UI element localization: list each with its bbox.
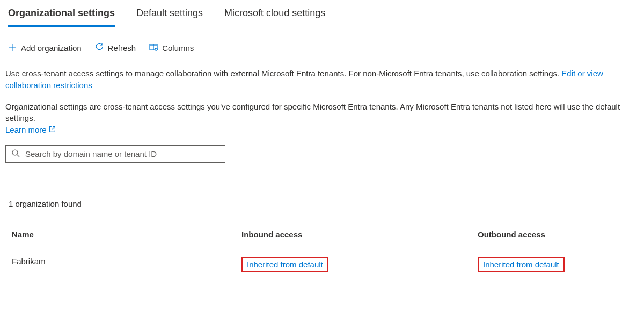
- result-count: 1 organization found: [5, 199, 639, 208]
- svg-point-5: [155, 48, 157, 50]
- organizations-table: Name Inbound access Outbound access Fabr…: [5, 224, 639, 282]
- content: Use cross-tenant access settings to mana…: [0, 63, 644, 282]
- search-input[interactable]: [25, 149, 219, 158]
- external-link-icon: [49, 125, 56, 134]
- table-header: Name Inbound access Outbound access: [5, 224, 639, 248]
- toolbar: Add organization Refresh Columns: [0, 27, 644, 63]
- add-organization-label: Add organization: [21, 44, 82, 53]
- header-outbound[interactable]: Outbound access: [478, 224, 639, 248]
- row-outbound: Inherited from default: [478, 248, 639, 282]
- columns-label: Columns: [162, 44, 194, 53]
- search-box[interactable]: [5, 145, 225, 163]
- svg-point-7: [12, 150, 18, 155]
- description-2: Organizational settings are cross-tenant…: [5, 101, 639, 125]
- header-name[interactable]: Name: [5, 224, 241, 248]
- tab-default-settings[interactable]: Default settings: [136, 4, 203, 27]
- learn-more-label: Learn more: [5, 125, 47, 134]
- description-1-text: Use cross-tenant access settings to mana…: [5, 69, 561, 78]
- learn-more-link[interactable]: Learn more: [5, 125, 56, 134]
- outbound-access-link[interactable]: Inherited from default: [478, 257, 565, 272]
- tab-microsoft-cloud-settings[interactable]: Microsoft cloud settings: [224, 4, 325, 27]
- svg-line-6: [52, 127, 55, 130]
- inbound-access-link[interactable]: Inherited from default: [241, 257, 328, 272]
- row-name: Fabrikam: [5, 248, 241, 282]
- search-icon: [11, 149, 20, 159]
- tab-organizational-settings[interactable]: Organizational settings: [8, 4, 115, 27]
- row-inbound: Inherited from default: [241, 248, 478, 282]
- description-1: Use cross-tenant access settings to mana…: [5, 68, 639, 91]
- table-row: Fabrikam Inherited from default Inherite…: [5, 248, 639, 282]
- add-organization-button[interactable]: Add organization: [8, 43, 82, 53]
- tabs: Organizational settings Default settings…: [0, 0, 644, 27]
- columns-icon: [149, 43, 158, 53]
- refresh-button[interactable]: Refresh: [95, 43, 136, 53]
- svg-line-8: [17, 155, 19, 157]
- refresh-icon: [95, 43, 104, 53]
- header-inbound[interactable]: Inbound access: [241, 224, 478, 248]
- columns-button[interactable]: Columns: [149, 43, 194, 53]
- plus-icon: [8, 43, 17, 53]
- refresh-label: Refresh: [108, 44, 136, 53]
